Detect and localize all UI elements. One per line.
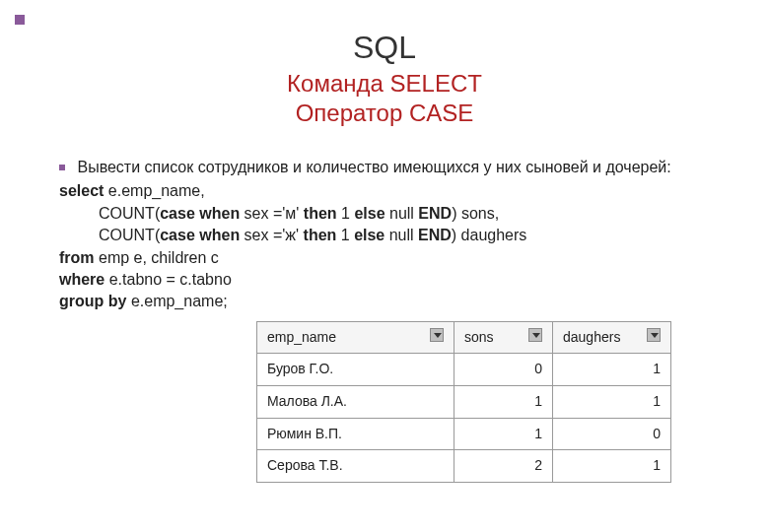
table-row: Серова Т.В. 2 1: [257, 450, 671, 483]
kw-end: END: [418, 205, 452, 222]
code-text: sex ='ж': [240, 227, 303, 243]
cell-sons: 1: [454, 418, 553, 450]
result-table: emp_name sons daughers: [256, 321, 671, 483]
code-text: 1: [336, 227, 354, 243]
code-line-3: COUNT(case when sex ='ж' then 1 else nul…: [59, 225, 710, 246]
content-block: Вывести список сотрудников и количество …: [59, 157, 710, 483]
kw-casewhen: case when: [160, 227, 240, 243]
result-table-wrap: emp_name sons daughers: [256, 321, 710, 483]
code-line-2: COUNT(case when sex ='м' then 1 else nul…: [59, 203, 710, 225]
code-line-4: from emp e, children c: [59, 247, 710, 269]
code-line-1: select e.emp_name,: [59, 180, 710, 202]
header-label: sons: [464, 329, 494, 345]
kw-else: else: [354, 205, 384, 222]
kw-else: else: [354, 227, 384, 243]
cell-emp-name: Малова Л.А.: [257, 385, 454, 418]
code-text: e.tabno = c.tabno: [105, 271, 232, 288]
cell-emp-name: Рюмин В.П.: [257, 418, 454, 450]
code-text: ) daughers: [452, 227, 527, 243]
title-main: SQL: [59, 30, 710, 66]
bullet-icon: [59, 165, 65, 170]
col-header-sons: sons: [454, 321, 553, 354]
code-text: COUNT(: [99, 227, 160, 243]
cell-sons: 0: [454, 354, 553, 386]
cell-emp-name: Буров Г.О.: [257, 354, 454, 386]
code-text: sex ='м': [240, 205, 304, 222]
task-text: Вывести список сотрудников и количество …: [77, 159, 670, 175]
title-block: SQL Команда SELECT Оператор CASE: [59, 30, 710, 127]
header-label: emp_name: [267, 329, 336, 345]
dropdown-icon[interactable]: [430, 328, 444, 342]
kw-where: where: [59, 271, 105, 288]
kw-groupby: group by: [59, 293, 126, 309]
code-text: null: [384, 227, 418, 243]
code-line-5: where e.tabno = c.tabno: [59, 269, 710, 291]
dropdown-icon[interactable]: [647, 328, 661, 342]
slide: SQL Команда SELECT Оператор CASE Вывести…: [0, 0, 769, 512]
task-paragraph: Вывести список сотрудников и количество …: [59, 157, 710, 178]
code-text: null: [385, 205, 419, 222]
code-text: e.emp_name;: [126, 293, 227, 309]
code-text: emp e, children c: [95, 249, 219, 266]
slide-corner-decor: [15, 15, 25, 25]
code-text: e.emp_name,: [104, 182, 204, 199]
kw-casewhen: case when: [160, 205, 240, 222]
kw-select: select: [59, 182, 104, 199]
table-row: Малова Л.А. 1 1: [257, 385, 671, 418]
table-row: Рюмин В.П. 1 0: [257, 418, 671, 450]
code-text: 1: [337, 205, 355, 222]
cell-sons: 2: [454, 450, 553, 483]
kw-end: END: [418, 227, 452, 243]
table-row: Буров Г.О. 0 1: [257, 354, 671, 386]
cell-daughers: 0: [553, 418, 671, 450]
code-text: COUNT(: [99, 205, 160, 222]
col-header-emp-name: emp_name: [257, 321, 454, 354]
cell-emp-name: Серова Т.В.: [257, 450, 454, 483]
title-subtitle-1: Команда SELECT: [59, 70, 710, 98]
header-label: daughers: [563, 329, 620, 345]
table-header-row: emp_name sons daughers: [257, 321, 671, 354]
col-header-daughers: daughers: [553, 321, 671, 354]
cell-sons: 1: [454, 385, 553, 418]
cell-daughers: 1: [553, 354, 671, 386]
kw-then: then: [304, 205, 337, 222]
title-subtitle-2: Оператор CASE: [59, 100, 710, 127]
cell-daughers: 1: [553, 385, 671, 418]
kw-from: from: [59, 249, 95, 266]
kw-then: then: [304, 227, 337, 243]
code-line-6: group by e.emp_name;: [59, 291, 710, 312]
code-text: ) sons,: [452, 205, 499, 222]
dropdown-icon[interactable]: [528, 328, 542, 342]
cell-daughers: 1: [553, 450, 671, 483]
